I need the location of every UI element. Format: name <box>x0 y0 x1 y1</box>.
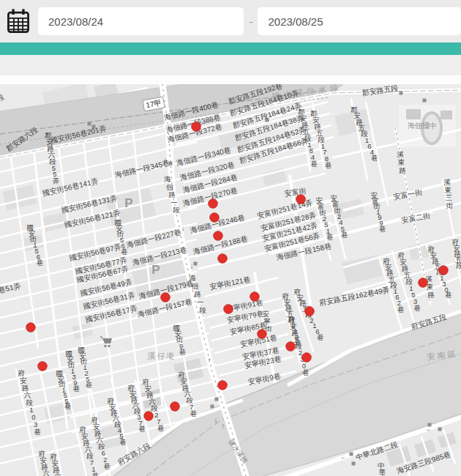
svg-text:路: 路 <box>194 290 201 298</box>
map-canvas[interactable]: ↓↓↓↑↓↑←→PP17甲鹽水溪排水線海佃國中溪仔墘安南區鹽水溪橋郡安路六段郡安… <box>0 84 461 476</box>
svg-text:巷: 巷 <box>120 438 127 446</box>
oneway-arrow-icon: → <box>424 425 431 433</box>
svg-text:巷: 巷 <box>302 368 310 376</box>
traffic-square-icon <box>400 92 403 95</box>
svg-text:三: 三 <box>446 193 453 201</box>
event-marker[interactable] <box>439 266 449 275</box>
oneway-arrow-icon: ↓ <box>190 262 194 270</box>
svg-text:巷: 巷 <box>325 161 332 169</box>
oneway-arrow-icon: ← <box>340 453 348 461</box>
svg-text:巷: 巷 <box>34 428 42 436</box>
svg-text:巷: 巷 <box>311 160 318 168</box>
map-container[interactable]: ↓↓↓↑↓↑←→PP17甲鹽水溪排水線海佃國中溪仔墘安南區鹽水溪橋郡安路六段郡安… <box>0 84 461 476</box>
oneway-arrow-icon: ↓ <box>181 224 185 232</box>
traffic-square-icon <box>423 99 427 103</box>
svg-text:段: 段 <box>199 306 206 314</box>
svg-text:街: 街 <box>446 201 454 209</box>
svg-text:巷: 巷 <box>92 472 100 476</box>
svg-text:巷: 巷 <box>73 384 80 393</box>
svg-text:溪: 溪 <box>397 150 404 158</box>
svg-text:路: 路 <box>399 166 406 174</box>
traffic-square-icon <box>352 462 356 466</box>
divider-gap <box>0 77 461 84</box>
svg-text:佃: 佃 <box>191 282 199 290</box>
event-marker[interactable] <box>26 323 36 332</box>
svg-text:六: 六 <box>42 469 50 476</box>
event-marker[interactable] <box>296 195 306 204</box>
date-toolbar: - <box>0 0 461 42</box>
traffic-square-icon <box>211 405 214 409</box>
svg-text:巷: 巷 <box>64 402 72 410</box>
svg-text:巷: 巷 <box>341 231 348 239</box>
street-label: 溪仔墘 <box>148 352 176 360</box>
svg-text:巷: 巷 <box>317 333 324 341</box>
svg-text:巷: 巷 <box>445 291 452 299</box>
svg-text:東: 東 <box>444 186 451 194</box>
svg-text:巷: 巷 <box>179 348 187 356</box>
teal-accent-bar <box>0 42 461 55</box>
svg-text:段: 段 <box>456 261 461 269</box>
svg-text:巷: 巷 <box>104 462 111 470</box>
svg-text:巷: 巷 <box>326 233 334 241</box>
svg-text:巷: 巷 <box>37 259 44 267</box>
event-marker[interactable] <box>38 362 48 371</box>
street-label: 海佃國中 <box>408 122 437 130</box>
oneway-arrow-icon: ↑ <box>208 356 211 364</box>
svg-text:巷: 巷 <box>371 154 378 162</box>
svg-text:巷: 巷 <box>121 248 128 256</box>
date-start-input[interactable] <box>38 7 244 35</box>
svg-text:巷: 巷 <box>379 225 386 233</box>
svg-text:巷: 巷 <box>139 425 146 433</box>
event-marker[interactable] <box>218 254 228 264</box>
event-marker[interactable] <box>214 231 223 241</box>
event-marker[interactable] <box>224 305 233 314</box>
event-marker[interactable] <box>209 199 218 209</box>
oneway-arrow-icon: ↑ <box>222 422 225 430</box>
event-marker[interactable] <box>302 353 312 362</box>
svg-text:巷: 巷 <box>190 409 198 417</box>
event-marker[interactable] <box>258 330 267 339</box>
event-marker[interactable] <box>305 307 315 316</box>
svg-text:海: 海 <box>189 274 196 282</box>
svg-text:路: 路 <box>427 291 435 299</box>
event-marker[interactable] <box>161 293 170 302</box>
parking-icon: P <box>124 196 132 210</box>
svg-text:段: 段 <box>173 206 180 214</box>
traffic-square-icon <box>438 428 442 431</box>
svg-text:巷: 巷 <box>86 381 93 389</box>
traffic-square-icon <box>350 453 353 456</box>
event-marker[interactable] <box>250 292 260 302</box>
event-marker[interactable] <box>286 342 296 352</box>
event-marker[interactable] <box>419 278 428 288</box>
svg-text:路: 路 <box>168 190 176 198</box>
date-end-input[interactable] <box>258 7 461 35</box>
svg-text:巷: 巷 <box>397 305 405 313</box>
svg-text:巷: 巷 <box>157 424 165 432</box>
traffic-square-icon <box>215 398 219 401</box>
traffic-square-icon <box>194 262 198 266</box>
svg-text:溪: 溪 <box>443 178 451 186</box>
svg-text:一: 一 <box>197 298 204 306</box>
event-marker[interactable] <box>170 402 180 412</box>
svg-text:海: 海 <box>164 175 171 183</box>
parking-icon: P <box>151 263 160 277</box>
svg-text:街: 街 <box>265 324 272 332</box>
event-marker[interactable] <box>144 412 154 421</box>
oneway-arrow-icon: ↓ <box>214 416 218 424</box>
date-range-separator: - <box>249 15 252 28</box>
svg-text:六: 六 <box>54 472 61 476</box>
svg-text:佃: 佃 <box>165 183 173 191</box>
calendar-icon[interactable] <box>6 8 31 34</box>
svg-text:一: 一 <box>170 198 178 207</box>
sub-toolbar-strip <box>0 55 461 77</box>
event-marker[interactable] <box>218 381 228 390</box>
event-marker[interactable] <box>192 122 201 132</box>
event-marker[interactable] <box>210 213 220 223</box>
svg-text:巷: 巷 <box>414 304 421 312</box>
svg-text:東: 東 <box>398 158 405 166</box>
svg-text:弄: 弄 <box>53 176 60 185</box>
traffic-square-icon <box>88 122 91 126</box>
